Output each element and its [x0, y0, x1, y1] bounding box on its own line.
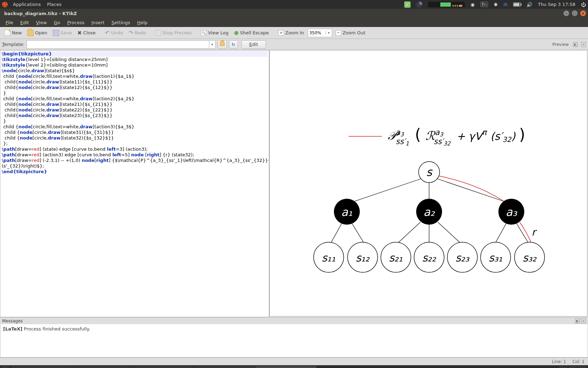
sync-ok-icon[interactable]: ✓	[404, 1, 411, 8]
code-editor[interactable]: \begin{tikzpicture}\tikzstyle{level 1}=[…	[0, 50, 269, 317]
preview-header-title: Preview	[552, 42, 571, 47]
preview-canvas[interactable]: 𝒫a3 ss′1 ( ℛa3 ss′32 + γVπ (s′32) ) s	[270, 50, 587, 316]
template-reload-button[interactable]: ↻	[229, 40, 238, 49]
svg-line-0	[353, 179, 421, 202]
taskbar-tray: ◉ ◉ ◆	[559, 366, 587, 368]
zoom-out-button[interactable]: −Zoom Out	[334, 29, 368, 37]
menu-view[interactable]: View	[33, 18, 50, 27]
firefox-icon[interactable]: ◉	[559, 366, 568, 368]
zoom-combo[interactable]: ▾	[308, 29, 332, 37]
window-maximize-button[interactable]: ▢	[572, 11, 578, 16]
messages-panel[interactable]: [LaTeX] Process finished successfully.	[0, 324, 588, 357]
window-titlebar[interactable]: backup_diagram.tikz - KTikZ – ▢ ×	[0, 9, 588, 18]
messages-prefix: [LaTeX]	[3, 326, 22, 332]
window-minimize-button[interactable]: –	[564, 11, 569, 16]
messages-close-button[interactable]: ×	[581, 319, 586, 323]
mail-icon[interactable]: ✉	[503, 2, 507, 7]
preview-pane: 𝒫a3 ss′1 ( ℛa3 ss′32 + γVπ (s′32) ) s	[270, 50, 588, 317]
node-action-a2-label: a₂	[424, 205, 435, 219]
new-file-icon	[4, 30, 10, 36]
ubuntu-logo-icon	[2, 2, 8, 7]
svg-text:s₂₃: s₂₃	[455, 252, 470, 264]
menu-help[interactable]: Help	[134, 18, 151, 27]
messages-text: Process finished successfully.	[22, 326, 90, 332]
panel-applications[interactable]: Applications	[10, 0, 44, 9]
leaf-states: s₁₁ s₁₂ s₂₁ s₂₂ s₂₃ s₃₁ s₃₂	[314, 242, 545, 272]
volume-icon[interactable]: 🔊	[526, 2, 532, 7]
menu-file[interactable]: File	[2, 18, 17, 27]
red-edge-root-a3	[439, 176, 508, 204]
gimp-icon[interactable]: ◆	[578, 366, 587, 368]
shutdown-icon[interactable]: ⏻	[581, 2, 586, 7]
show-desktop-button[interactable]: ▭	[1, 366, 9, 368]
svg-line-3	[331, 224, 342, 243]
template-dropdown-icon[interactable]: ▾	[209, 41, 215, 48]
task-gedit[interactable]: 🗎temp.txt (~/Desktop…	[72, 366, 133, 368]
zoom-input[interactable]	[308, 30, 326, 35]
zoom-out-icon: −	[336, 30, 341, 36]
template-input[interactable]	[27, 41, 209, 48]
node-action-a3-label: a₃	[506, 205, 518, 219]
preview-close-button[interactable]: ×	[581, 42, 586, 47]
task-adaptive[interactable]: 🗎adaptive_hopf_struc…	[194, 366, 254, 368]
zoom-in-button[interactable]: +Zoom In	[276, 29, 306, 37]
workrave-icon[interactable]	[416, 1, 422, 8]
task-ktikz[interactable]: ◆backup_diagram.tikz …	[255, 366, 316, 368]
template-combo[interactable]: ▾	[27, 40, 216, 49]
panel-tray: ✓ ◉ En ✱ ✉ 🔊 Thu Sep 3 17:58 ⏻	[404, 1, 586, 8]
menu-go[interactable]: Go	[50, 18, 64, 27]
close-icon: ✖	[77, 30, 82, 36]
window-title: backup_diagram.tikz - KTikZ	[4, 11, 77, 16]
node-state-s-label: s	[426, 165, 433, 179]
view-log-button[interactable]: View Log	[199, 29, 230, 37]
redo-button[interactable]: ↷Redo	[126, 28, 148, 37]
statusbar: Line: 1 Col: 1	[0, 357, 588, 365]
svg-line-2	[437, 179, 505, 202]
formula-text: 𝒫a3 ss′1 ( ℛa3 ss′32 + γVπ (s′32) )	[387, 124, 525, 148]
menu-insert[interactable]: Insert	[88, 18, 108, 27]
panel-places[interactable]: Places	[44, 0, 64, 9]
menu-process[interactable]: Process	[64, 18, 88, 27]
bottom-taskbar: ▭ ▣/tmp/ktikz.git : bash … 🗎temp.txt (~/…	[0, 365, 588, 368]
svg-line-4	[352, 224, 364, 243]
battery-icon[interactable]	[513, 2, 521, 7]
panel-datetime[interactable]: Thu Sep 3 17:58	[538, 2, 575, 7]
svg-text:s₂₁: s₂₁	[389, 252, 403, 264]
zoom-dropdown-icon[interactable]: ▾	[326, 31, 332, 35]
menubar: File Edit View Go Process Insert Setting…	[0, 18, 588, 27]
template-edit-button[interactable]: Edit	[241, 40, 266, 49]
wifi-icon[interactable]: ◉	[470, 2, 475, 7]
messages-title: Messages	[2, 319, 23, 323]
task-speedcrunch[interactable]: ▦SpeedCrunch	[134, 366, 194, 368]
main-split: \begin{tikzpicture}\tikzstyle{level 1}=[…	[0, 50, 588, 317]
menu-settings[interactable]: Settings	[108, 18, 134, 27]
task-terminal[interactable]: ▣/tmp/ktikz.git : bash …	[11, 366, 72, 368]
svg-line-5	[398, 222, 420, 243]
zoom-in-icon: +	[278, 30, 284, 36]
preview-float-button[interactable]: ◧	[573, 42, 578, 47]
messages-float-button[interactable]: ◧	[575, 319, 580, 323]
save-button[interactable]: Save	[51, 29, 74, 37]
editor-pane: \begin{tikzpicture}\tikzstyle{level 1}=[…	[0, 50, 270, 317]
window-close-button[interactable]: ×	[580, 11, 586, 16]
system-monitor-icon[interactable]	[428, 2, 465, 7]
svg-text:s₃₂: s₃₂	[523, 252, 537, 264]
close-button[interactable]: ✖Close	[75, 29, 98, 37]
undo-button[interactable]: ↶Undo	[103, 28, 125, 37]
open-button[interactable]: Open	[25, 29, 49, 37]
shell-escape-button[interactable]: ⬣Shell Escape	[232, 29, 271, 37]
folder-open-icon	[27, 30, 34, 36]
keyboard-indicator[interactable]: En	[481, 2, 488, 7]
menu-edit[interactable]: Edit	[17, 18, 33, 27]
stop-process-button[interactable]: Stop Process	[153, 29, 194, 37]
undo-icon: ↶	[105, 29, 110, 36]
red-edge-a3-s32	[520, 222, 532, 244]
template-bar: Template: ▾ ↻ Edit Preview ◧ ×	[0, 39, 588, 50]
folder-icon	[220, 42, 225, 46]
template-open-button[interactable]	[218, 40, 227, 49]
chromium-icon[interactable]: ◉	[569, 366, 577, 368]
svg-line-8	[496, 224, 506, 243]
save-icon	[53, 30, 59, 36]
bluetooth-icon[interactable]: ✱	[493, 2, 498, 7]
new-button[interactable]: New	[2, 29, 24, 37]
